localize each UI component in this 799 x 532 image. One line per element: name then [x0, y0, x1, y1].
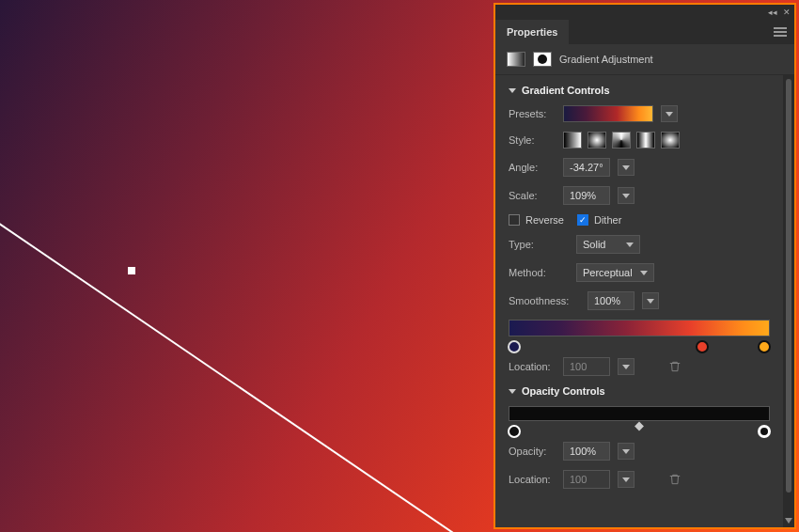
style-reflected-icon[interactable] [636, 132, 655, 149]
gradient-thumbnail-icon[interactable] [507, 52, 525, 67]
type-select[interactable]: Solid [576, 235, 640, 254]
color-stop-1[interactable] [508, 340, 521, 353]
reverse-checkbox[interactable] [509, 214, 520, 226]
opacity-stop-2[interactable] [758, 425, 771, 438]
panel-collapse-icon[interactable]: ◂◂ [768, 8, 777, 17]
opacity-label: Opacity: [509, 446, 556, 457]
panel-scrollbar[interactable] [783, 75, 794, 527]
scale-dropdown[interactable] [618, 187, 634, 204]
smoothness-dropdown[interactable] [642, 292, 659, 309]
opacity-location-dropdown[interactable] [618, 471, 634, 488]
scrollbar-thumb[interactable] [786, 79, 791, 493]
color-location-dropdown[interactable] [618, 358, 634, 375]
color-stop-3[interactable] [758, 340, 771, 353]
chevron-down-icon [509, 389, 516, 394]
preset-dropdown-button[interactable] [661, 105, 678, 122]
section-gradient-controls-label: Gradient Controls [522, 85, 610, 96]
style-diamond-icon[interactable] [661, 132, 680, 149]
color-location-label: Location: [509, 361, 556, 372]
gradient-opacity-bar[interactable] [509, 406, 770, 421]
dither-label: Dither [594, 214, 621, 226]
method-select[interactable]: Perceptual [576, 263, 654, 282]
tab-properties[interactable]: Properties [495, 20, 569, 44]
gradient-origin-handle[interactable] [128, 267, 135, 274]
panel-tabbar: Properties [495, 20, 794, 44]
chevron-down-icon [509, 88, 516, 93]
panel-close-icon[interactable]: ✕ [783, 8, 791, 17]
style-angular-icon[interactable] [612, 132, 631, 149]
smoothness-input[interactable]: 100% [588, 291, 634, 310]
section-opacity-controls-label: Opacity Controls [522, 385, 605, 397]
section-opacity-controls[interactable]: Opacity Controls [509, 385, 770, 397]
properties-panel: ◂◂ ✕ Properties Gradient Adjustment Grad… [494, 3, 796, 529]
scale-label: Scale: [509, 190, 556, 201]
smoothness-label: Smoothness: [509, 295, 580, 306]
delete-opacity-stop-icon[interactable] [668, 473, 682, 486]
opacity-input[interactable]: 100% [563, 442, 610, 461]
type-label: Type: [509, 239, 569, 250]
angle-input[interactable]: -34.27° [563, 158, 610, 177]
method-label: Method: [509, 267, 569, 278]
color-location-input[interactable]: 100 [563, 357, 610, 376]
presets-label: Presets: [509, 108, 556, 119]
panel-menu-icon[interactable] [774, 27, 787, 37]
section-gradient-controls[interactable]: Gradient Controls [509, 85, 770, 96]
opacity-stop-1[interactable] [508, 425, 521, 438]
style-linear-icon[interactable] [563, 132, 582, 149]
gradient-color-bar[interactable] [509, 320, 770, 336]
panel-scroll-content: Gradient Controls Presets: Style: Angle: [495, 75, 783, 527]
scrollbar-down-icon[interactable] [785, 518, 792, 525]
opacity-location-input[interactable]: 100 [563, 470, 610, 489]
dither-checkbox[interactable] [577, 214, 588, 226]
delete-stop-icon[interactable] [668, 360, 682, 373]
style-radial-icon[interactable] [588, 132, 606, 149]
reverse-label: Reverse [525, 214, 564, 226]
adjustment-header: Gradient Adjustment [495, 44, 794, 75]
gradient-preset-swatch[interactable] [563, 105, 653, 122]
adjustment-title: Gradient Adjustment [559, 54, 653, 65]
scale-input[interactable]: 109% [563, 186, 610, 205]
angle-label: Angle: [509, 162, 556, 173]
angle-dropdown[interactable] [618, 159, 634, 176]
opacity-dropdown[interactable] [618, 443, 634, 460]
color-stop-2[interactable] [696, 340, 709, 353]
opacity-midpoint-handle[interactable] [634, 422, 644, 431]
opacity-location-label: Location: [509, 474, 556, 485]
layer-mask-icon[interactable] [533, 52, 552, 67]
panel-titlebar: ◂◂ ✕ [495, 5, 794, 20]
style-label: Style: [509, 134, 556, 146]
